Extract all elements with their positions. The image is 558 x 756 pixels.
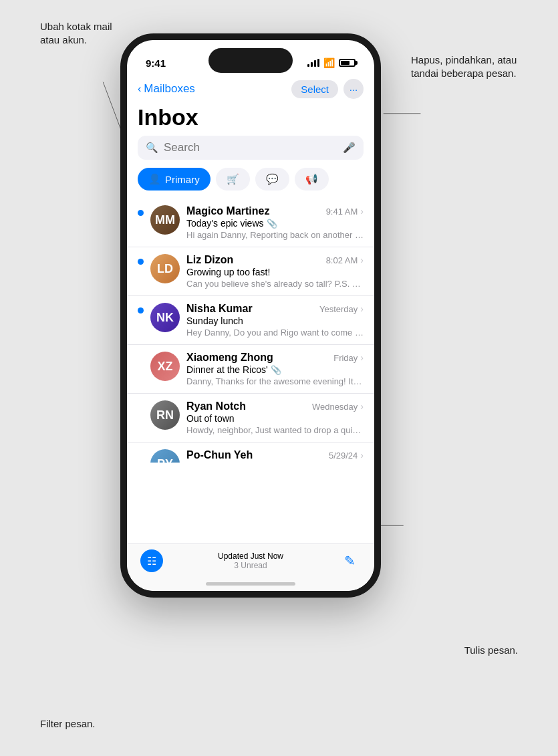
email-content-3: Nisha Kumar Yesterday › Sunday lunch Hey… [186, 303, 364, 338]
shopping-tab-icon: 🛒 [227, 173, 239, 185]
filter-icon: ☷ [147, 555, 156, 568]
subject-3: Sunday lunch [186, 316, 364, 326]
unread-dot-4 [138, 356, 144, 362]
time-5: Wednesday [312, 402, 358, 412]
inbox-title: Inbox [127, 104, 374, 136]
time-2: 8:02 AM [326, 255, 358, 265]
preview-5: Howdy, neighbor, Just wanted to drop a q… [186, 425, 364, 435]
email-content-1: Magico Martinez 9:41 AM › Today's epic v… [186, 205, 364, 240]
email-item-2[interactable]: LD Liz Dizon 8:02 AM › Growing up too fa… [127, 247, 374, 296]
promotions-tab-icon: 📢 [305, 173, 318, 185]
annotation-bottom-right: Tulis pesan. [464, 644, 518, 656]
filter-tabs: 👤 Primary 🛒 💬 📢 [127, 168, 374, 199]
email-content-6: Po-Chun Yeh 5/29/24 › [186, 449, 364, 462]
mic-icon[interactable]: 🎤 [343, 142, 356, 154]
chevron-right-2: › [360, 255, 364, 265]
unread-dot-5 [138, 405, 144, 411]
chevron-right-4: › [360, 352, 364, 363]
wifi-icon: 📶 [323, 57, 335, 68]
attachment-icon-4: 📎 [271, 365, 281, 375]
email-content-2: Liz Dizon 8:02 AM › Growing up too fast!… [186, 254, 364, 289]
chevron-left-icon: ‹ [138, 83, 141, 95]
phone-frame: 9:41 📶 ‹ Ma [120, 33, 381, 598]
more-button[interactable]: ··· [343, 79, 364, 99]
search-bar[interactable]: 🔍 🎤 [138, 136, 364, 160]
status-icons: 📶 [307, 57, 356, 68]
email-item-1[interactable]: MM Magico Martinez 9:41 AM › Today's epi… [127, 199, 374, 247]
tab-shopping[interactable]: 🛒 [216, 168, 250, 191]
email-list: MM Magico Martinez 9:41 AM › Today's epi… [127, 199, 374, 539]
email-item-6[interactable]: PY Po-Chun Yeh 5/29/24 › [127, 443, 374, 463]
email-item-3[interactable]: NK Nisha Kumar Yesterday › Sunday lunch [127, 296, 374, 345]
chevron-right-3: › [360, 303, 364, 314]
email-content-5: Ryan Notch Wednesday › Out of town Howdy… [186, 400, 364, 435]
avatar-5: RN [150, 400, 180, 430]
subject-1: Today's epic views 📎 [186, 218, 364, 229]
status-time: 9:41 [146, 57, 166, 69]
bottom-status: Updated Just Now 3 Unread [218, 551, 283, 570]
tab-promotions[interactable]: 📢 [295, 168, 329, 191]
sender-4: Xiaomeng Zhong [186, 352, 273, 364]
tab-primary[interactable]: 👤 Primary [138, 168, 211, 191]
preview-4: Danny, Thanks for the awesome evening! I… [186, 376, 364, 386]
preview-2: Can you believe she's already so tall? P… [186, 279, 364, 289]
avatar-6: PY [150, 449, 180, 463]
email-item-4[interactable]: XZ Xiaomeng Zhong Friday › Dinner at the… [127, 345, 374, 394]
more-icon: ··· [350, 84, 358, 95]
chevron-right-1: › [360, 206, 364, 217]
signal-icon [307, 59, 319, 67]
filter-button[interactable]: ☷ [140, 549, 163, 572]
select-button[interactable]: Select [291, 80, 338, 98]
sender-6: Po-Chun Yeh [186, 449, 253, 461]
subject-2: Growing up too fast! [186, 267, 364, 277]
sender-1: Magico Martinez [186, 205, 269, 217]
unread-count: 3 Unread [218, 561, 283, 570]
unread-dot-1 [138, 210, 144, 216]
search-icon: 🔍 [146, 142, 158, 154]
attachment-icon-1: 📎 [267, 219, 277, 229]
preview-3: Hey Danny, Do you and Rigo want to come … [186, 328, 364, 338]
unread-dot-2 [138, 259, 144, 265]
nav-bar: ‹ Mailboxes Select ··· [127, 76, 374, 104]
nav-actions: Select ··· [291, 79, 364, 99]
chevron-right-5: › [360, 401, 364, 412]
search-input[interactable] [164, 141, 337, 154]
mailboxes-label: Mailboxes [144, 82, 195, 96]
time-3: Yesterday [319, 304, 358, 314]
chevron-right-6: › [360, 450, 364, 461]
avatar-1: MM [150, 205, 180, 235]
subject-5: Out of town [186, 413, 364, 424]
sender-5: Ryan Notch [186, 400, 246, 412]
mailboxes-button[interactable]: ‹ Mailboxes [138, 82, 195, 96]
annotation-top-right: Hapus, pindahkan, atau tandai beberapa p… [411, 53, 518, 80]
avatar-4: XZ [150, 352, 180, 381]
avatar-2: LD [150, 254, 180, 283]
compose-icon: ✎ [344, 553, 356, 569]
email-item-5[interactable]: RN Ryan Notch Wednesday › Out of town [127, 394, 374, 443]
time-4: Friday [333, 353, 358, 363]
battery-icon [339, 59, 356, 67]
time-6: 5/29/24 [329, 451, 358, 461]
home-indicator [206, 582, 295, 586]
primary-tab-label: Primary [165, 174, 200, 185]
annotation-bottom-left: Filter pesan. [40, 718, 96, 729]
time-1: 9:41 AM [326, 207, 358, 217]
unread-dot-3 [138, 307, 144, 313]
avatar-3: NK [150, 303, 180, 332]
primary-tab-icon: 👤 [148, 173, 161, 185]
annotation-top-left: Ubah kotak mail atau akun. [40, 20, 134, 46]
tab-messages[interactable]: 💬 [255, 168, 289, 191]
unread-dot-6 [138, 454, 144, 460]
email-content-4: Xiaomeng Zhong Friday › Dinner at the Ri… [186, 352, 364, 386]
dynamic-island [208, 48, 293, 73]
sender-2: Liz Dizon [186, 254, 233, 266]
subject-4: Dinner at the Ricos' 📎 [186, 364, 364, 375]
preview-1: Hi again Danny, Reporting back on anothe… [186, 230, 364, 240]
messages-tab-icon: 💬 [266, 173, 279, 185]
sender-3: Nisha Kumar [186, 303, 253, 315]
updated-text: Updated Just Now [218, 551, 283, 561]
compose-button[interactable]: ✎ [338, 549, 361, 572]
